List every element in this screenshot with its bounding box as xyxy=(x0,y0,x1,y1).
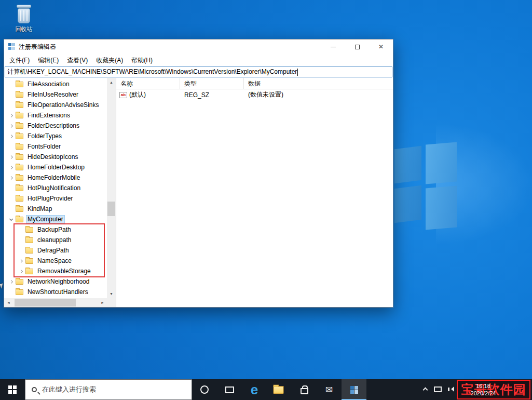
edge-icon: e xyxy=(251,383,258,396)
vertical-scroll-thumb[interactable] xyxy=(107,202,115,216)
close-button[interactable]: ✕ xyxy=(369,39,393,54)
reg-sz-icon xyxy=(119,92,127,98)
tree-item-label: FolderTypes xyxy=(26,132,63,140)
menu-item-3[interactable]: 收藏夹(A) xyxy=(92,54,127,66)
folder-icon xyxy=(16,123,23,129)
tree-item-FileInUseResolver[interactable]: FileInUseResolver xyxy=(4,89,107,100)
folder-icon xyxy=(25,227,33,233)
recycle-bin-glyph xyxy=(15,4,33,24)
task-view-button[interactable] xyxy=(217,379,242,400)
column-header-0[interactable]: 名称 xyxy=(116,78,180,89)
menu-item-1[interactable]: 编辑(E) xyxy=(34,54,63,66)
tree-item-FolderTypes[interactable]: FolderTypes xyxy=(4,131,107,141)
tree-item-RemovableStorage[interactable]: RemovableStorage xyxy=(4,266,107,276)
column-header-2[interactable]: 数据 xyxy=(244,78,393,89)
maximize-icon xyxy=(355,45,360,49)
tree-item-HotPlugNotification[interactable]: HotPlugNotification xyxy=(4,183,107,193)
tree-item-FontsFolder[interactable]: FontsFolder xyxy=(4,141,107,152)
tree-pane: FileAssociationFileInUseResolverFileOper… xyxy=(4,78,107,298)
tree-item-BackupPath[interactable]: BackupPath xyxy=(4,224,107,235)
mail-button[interactable]: ✉ xyxy=(317,379,342,400)
chevron-right-icon[interactable] xyxy=(7,125,15,127)
scroll-right-icon[interactable]: ► xyxy=(98,298,107,307)
taskbar-clock[interactable]: 16:18 2020/2/24 xyxy=(465,383,502,397)
folder-icon xyxy=(16,185,23,191)
tree-item-FileOperationAdviseSinks[interactable]: FileOperationAdviseSinks xyxy=(4,100,107,110)
tree-item-FolderDescriptions[interactable]: FolderDescriptions xyxy=(4,121,107,131)
column-header-1[interactable]: 类型 xyxy=(180,78,244,89)
menu-bar: 文件(F)编辑(E)查看(V)收藏夹(A)帮助(H) xyxy=(4,54,393,66)
file-explorer-icon xyxy=(273,386,283,394)
tree-item-label: NameSpace xyxy=(36,257,73,265)
folder-icon xyxy=(16,196,23,202)
horizontal-scroll-thumb[interactable] xyxy=(15,299,76,306)
chevron-right-icon[interactable] xyxy=(17,270,25,273)
start-button[interactable] xyxy=(0,379,25,400)
tree-item-label: FileAssociation xyxy=(26,80,71,88)
tree-item-NewShortcutHandlers[interactable]: NewShortcutHandlers xyxy=(4,287,107,297)
chevron-right-icon[interactable] xyxy=(7,114,15,117)
tree-item-KindMap[interactable]: KindMap xyxy=(4,204,107,214)
menu-item-4[interactable]: 帮助(H) xyxy=(127,54,157,66)
cortana-icon xyxy=(200,385,209,394)
clock-time: 16:18 xyxy=(465,383,502,390)
menu-item-0[interactable]: 文件(F) xyxy=(5,54,34,66)
folder-icon xyxy=(16,289,23,295)
tree-item-MyComputer[interactable]: MyComputer xyxy=(4,214,107,224)
store-button[interactable] xyxy=(292,379,317,400)
registry-value-row[interactable]: (默认)REG_SZ(数值未设置) xyxy=(116,89,393,100)
tree-item-label: DefragPath xyxy=(36,246,71,255)
regedit-taskbar-button[interactable] xyxy=(342,379,366,400)
file-explorer-button[interactable] xyxy=(267,379,292,400)
chevron-right-icon[interactable] xyxy=(7,281,15,283)
chevron-right-icon[interactable] xyxy=(17,260,25,262)
tree-item-cleanuppath[interactable]: cleanuppath xyxy=(4,235,107,245)
maximize-button[interactable] xyxy=(345,39,369,54)
clock-date: 2020/2/24 xyxy=(465,390,502,397)
chevron-right-icon[interactable] xyxy=(7,156,15,158)
tree-item-HomeFolderMobile[interactable]: HomeFolderMobile xyxy=(4,172,107,183)
tree-item-label: HomeFolderDesktop xyxy=(26,163,86,171)
chevron-right-icon[interactable] xyxy=(7,177,15,179)
scroll-up-icon[interactable]: ▲ xyxy=(107,78,116,87)
network-tray-icon[interactable] xyxy=(434,386,442,392)
tray-chevron-up-icon[interactable] xyxy=(423,388,428,393)
address-bar: 计算机\HKEY_LOCAL_MACHINE\SOFTWARE\Microsof… xyxy=(4,66,393,78)
chevron-right-icon[interactable] xyxy=(7,166,15,169)
folder-icon xyxy=(16,134,23,139)
tree-item-FileAssociation[interactable]: FileAssociation xyxy=(4,79,107,89)
vertical-scrollbar[interactable]: ▲ ▼ xyxy=(107,78,116,298)
horizontal-scrollbar[interactable]: ◄ ► xyxy=(4,298,107,307)
folder-icon xyxy=(25,248,33,254)
folder-icon xyxy=(25,258,33,264)
store-icon xyxy=(301,388,308,394)
chevron-down-icon[interactable] xyxy=(7,219,15,220)
tree-item-NameSpace[interactable]: NameSpace xyxy=(4,256,107,266)
tree-item-NetworkNeighborhood[interactable]: NetworkNeighborhood xyxy=(4,276,107,287)
edge-button[interactable]: e xyxy=(242,379,267,400)
tree-item-HomeFolderDesktop[interactable]: HomeFolderDesktop xyxy=(4,162,107,172)
tree-item-label: NewShortcutHandlers xyxy=(26,288,90,296)
tree-item-FindExtensions[interactable]: FindExtensions xyxy=(4,110,107,121)
tree-item-HotPlugProvider[interactable]: HotPlugProvider xyxy=(4,193,107,204)
tree-item-HideDesktopIcons[interactable]: HideDesktopIcons xyxy=(4,152,107,162)
address-input[interactable]: 计算机\HKEY_LOCAL_MACHINE\SOFTWARE\Microsof… xyxy=(5,66,392,77)
recycle-bin-icon[interactable]: 回收站 xyxy=(7,4,41,33)
menu-item-2[interactable]: 查看(V) xyxy=(63,54,92,66)
tree-item-DefragPath[interactable]: DefragPath xyxy=(4,245,107,256)
scroll-left-icon[interactable]: ◄ xyxy=(4,298,13,307)
window-title: 注册表编辑器 xyxy=(19,43,56,51)
folder-icon xyxy=(16,279,23,285)
tree-item-label: BackupPath xyxy=(36,225,73,234)
folder-icon xyxy=(16,113,23,118)
taskbar-search-input[interactable]: 在此键入进行搜索 xyxy=(25,379,192,400)
title-bar[interactable]: 注册表编辑器 ✕ xyxy=(4,39,393,54)
cortana-button[interactable] xyxy=(192,379,217,400)
scroll-down-icon[interactable]: ▼ xyxy=(107,289,116,298)
folder-icon xyxy=(16,102,23,108)
minimize-button[interactable] xyxy=(321,39,345,54)
folder-icon xyxy=(16,175,23,181)
desktop: 回收站 注册表编辑器 ✕ 文件(F)编辑(E)查看(V)收藏夹(A)帮助(H) … xyxy=(0,0,532,400)
volume-tray-icon[interactable] xyxy=(448,386,454,392)
chevron-right-icon[interactable] xyxy=(7,135,15,138)
